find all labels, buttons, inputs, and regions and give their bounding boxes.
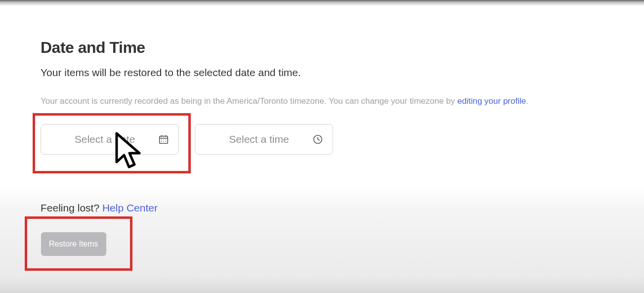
help-line: Feeling lost? Help Center [41,202,584,214]
svg-point-6 [165,139,166,140]
page-title: Date and Time [41,39,584,57]
time-picker[interactable]: Select a time [195,124,333,155]
svg-point-9 [165,141,166,142]
calendar-icon [158,133,170,145]
timezone-info: Your account is currently recorded as be… [41,96,584,106]
svg-point-8 [163,141,164,142]
time-picker-placeholder: Select a time [206,133,312,145]
date-picker-placeholder: Select a date [52,133,158,145]
page-subtitle: Your items will be restored to the selec… [41,67,584,79]
date-and-time-section: Date and Time Your items will be restore… [41,39,584,214]
clock-icon [312,133,324,145]
svg-point-5 [163,139,164,140]
timezone-suffix: . [526,96,528,106]
svg-line-12 [318,139,320,140]
help-prefix: Feeling lost? [41,202,102,213]
edit-profile-link[interactable]: editing your profile [457,96,526,106]
restore-items-button[interactable]: Restore Items [41,232,106,256]
picker-row: Select a date Select a time [41,124,584,155]
date-picker[interactable]: Select a date [41,124,179,155]
restore-area: Restore Items [25,216,132,271]
help-center-link[interactable]: Help Center [102,202,158,213]
svg-point-7 [161,141,162,142]
svg-point-4 [161,139,162,140]
timezone-text: Your account is currently recorded as be… [41,96,457,106]
